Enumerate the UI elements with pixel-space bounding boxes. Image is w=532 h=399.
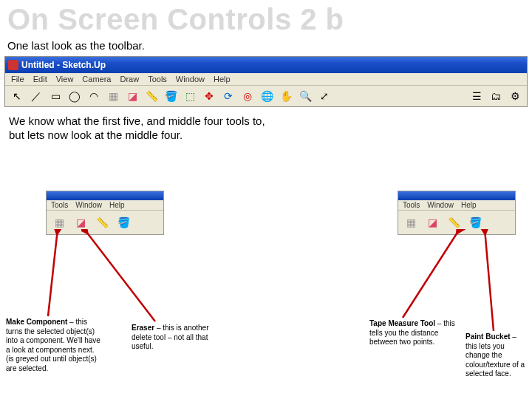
pushpull-tool-icon[interactable]: ⬚ (181, 87, 199, 105)
menu-edit[interactable]: Edit (33, 75, 47, 83)
snip-menu-help[interactable]: Help (109, 201, 125, 209)
callout-paint: Paint Bucket – this lets you change the … (466, 332, 528, 379)
snip-tape-measure-icon[interactable]: 📏 (92, 213, 112, 232)
menu-view[interactable]: View (56, 75, 74, 83)
tape-measure-icon[interactable]: 📏 (143, 87, 160, 105)
layers-icon[interactable]: 🗂 (487, 87, 505, 105)
snip-make-component-icon-r[interactable]: ▦ (401, 213, 420, 232)
rotate-tool-icon[interactable]: ⟳ (219, 87, 237, 105)
snip-make-component-icon[interactable]: ▦ (50, 213, 69, 232)
snip-menu-window[interactable]: Window (75, 201, 102, 209)
snippet-menubar-left: Tools Window Help (47, 200, 163, 211)
snippet-row-left: ▦ ◪ 📏 🪣 (47, 211, 163, 234)
menu-camera[interactable]: Camera (82, 75, 111, 83)
mid-caption: We know what the first five, and middle … (0, 110, 281, 143)
snip-menu-help-r[interactable]: Help (461, 201, 477, 209)
snip-menu-tools[interactable]: Tools (51, 201, 68, 209)
snip-paint-bucket-icon[interactable]: 🪣 (114, 213, 133, 232)
callout-make-component-bold: Make Component (6, 318, 67, 326)
menu-file[interactable]: File (11, 75, 24, 83)
menu-tools[interactable]: Tools (148, 75, 167, 83)
menu-draw[interactable]: Draw (120, 75, 139, 83)
menu-help[interactable]: Help (214, 75, 231, 83)
circle-tool-icon[interactable]: ◯ (66, 87, 83, 105)
callout-tape: Tape Measure Tool – this tells you the d… (369, 319, 458, 347)
snippet-menubar-right: Tools Window Help (398, 200, 515, 211)
arrow-make-component (44, 229, 74, 318)
toolbar-full: ↖ ／ ▭ ◯ ◠ ▦ ◪ 📏 🪣 ⬚ ✥ ⟳ ◎ 🌐 ✋ 🔍 ⤢ ☰ 🗂 ⚙ (5, 86, 527, 106)
zoom-extents-icon[interactable]: ⤢ (316, 87, 333, 105)
callout-make-component-rest: – this turns the selected object(s) into… (6, 318, 100, 372)
callout-make-component: Make Component – this turns the selected… (6, 318, 102, 373)
move-tool-icon[interactable]: ✥ (200, 87, 218, 105)
svg-line-2 (403, 229, 460, 318)
toolbar-snippet-right: Tools Window Help ▦ ◪ 📏 🪣 (398, 191, 516, 235)
window-title: Untitled - Sketch.Up (21, 60, 106, 70)
snip-eraser-tool-icon[interactable]: ◪ (71, 213, 90, 232)
slide-title: On Screen Controls 2 b (0, 0, 532, 36)
callout-tape-bold: Tape Measure Tool (369, 319, 435, 327)
zoom-tool-icon[interactable]: 🔍 (296, 87, 314, 105)
pan-tool-icon[interactable]: ✋ (277, 87, 295, 105)
arc-tool-icon[interactable]: ◠ (85, 87, 103, 105)
callout-paint-bold: Paint Bucket (466, 332, 511, 341)
arrow-tape (399, 229, 466, 321)
callout-eraser-bold: Eraser (132, 324, 154, 332)
settings-icon[interactable]: ⚙ (506, 87, 524, 105)
make-component-icon[interactable]: ▦ (104, 87, 122, 105)
snippet-row-right: ▦ ◪ 📏 🪣 (398, 211, 515, 234)
select-tool-icon[interactable]: ↖ (8, 87, 26, 105)
snippet-blue-bar-r (398, 191, 515, 200)
svg-line-3 (485, 229, 494, 331)
eraser-tool-icon[interactable]: ◪ (123, 87, 141, 105)
snippet-blue-bar (47, 191, 163, 200)
svg-line-0 (48, 229, 58, 316)
offset-tool-icon[interactable]: ◎ (239, 87, 256, 105)
paint-bucket-icon[interactable]: 🪣 (162, 87, 180, 105)
orbit-tool-icon[interactable]: 🌐 (258, 87, 276, 105)
arrow-eraser (81, 229, 163, 325)
line-tool-icon[interactable]: ／ (27, 87, 45, 105)
callout-eraser: Eraser – this is another delete tool – n… (132, 324, 213, 352)
snip-menu-window-r[interactable]: Window (427, 201, 454, 209)
titlebar: Untitled - Sketch.Up (5, 57, 527, 73)
svg-line-1 (84, 229, 155, 321)
menu-window[interactable]: Window (176, 75, 205, 83)
snip-tape-measure-icon-r[interactable]: 📏 (444, 213, 463, 232)
snip-menu-tools-r[interactable]: Tools (403, 201, 420, 209)
rectangle-tool-icon[interactable]: ▭ (47, 87, 64, 105)
toolbar-snippet-left: Tools Window Help ▦ ◪ 📏 🪣 (46, 191, 164, 235)
arrow-paint (479, 229, 508, 332)
snip-paint-bucket-icon-r[interactable]: 🪣 (466, 213, 485, 232)
model-info-icon[interactable]: ☰ (468, 87, 485, 105)
menubar: File Edit View Camera Draw Tools Window … (5, 73, 527, 86)
app-window: Untitled - Sketch.Up File Edit View Came… (4, 56, 528, 107)
intro-text: One last look as the toolbar. (0, 36, 532, 56)
snip-eraser-tool-icon-r[interactable]: ◪ (423, 213, 442, 232)
app-icon (8, 60, 18, 70)
